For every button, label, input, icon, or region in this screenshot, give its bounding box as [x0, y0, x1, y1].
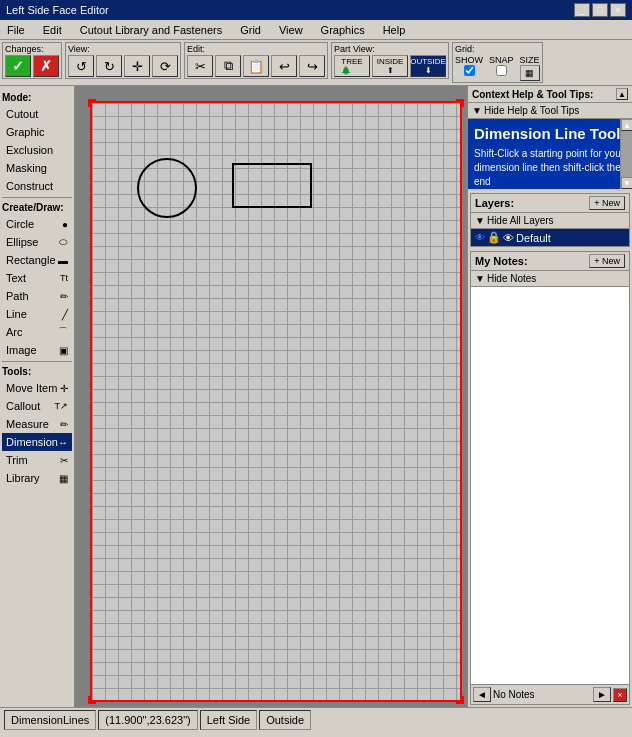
line-icon: ╱ — [62, 309, 68, 320]
mode-construct[interactable]: Construct — [2, 177, 72, 195]
show-checkbox[interactable] — [464, 65, 475, 76]
copy-button[interactable]: ⧉ — [215, 55, 241, 77]
notes-close-button[interactable]: × — [613, 688, 627, 702]
view-btn-2[interactable]: ↻ — [96, 55, 122, 77]
title-bar-buttons: _ □ × — [574, 3, 626, 17]
minimize-button[interactable]: _ — [574, 3, 590, 17]
view-label: View: — [68, 44, 178, 54]
draw-text[interactable]: Text Tt — [2, 269, 72, 287]
hide-help-button[interactable]: ▼ Hide Help & Tool Tips — [468, 103, 632, 119]
coords-status: (11.900",23.623") — [98, 710, 197, 730]
draw-path[interactable]: Path ✏ — [2, 287, 72, 305]
eye-icon: 👁 — [475, 232, 485, 243]
layer-default[interactable]: 👁 🔒 👁 Default — [471, 229, 629, 246]
hide-help-label: Hide Help & Tool Tips — [484, 105, 579, 116]
create-draw-label: Create/Draw: — [2, 202, 72, 213]
hide-notes-button[interactable]: ▼ Hide Notes — [471, 271, 629, 287]
hide-notes-label: Hide Notes — [487, 273, 536, 284]
image-icon: ▣ — [59, 345, 68, 356]
show-col: SHOW — [455, 55, 483, 76]
draw-ellipse[interactable]: Ellipse ⬭ — [2, 233, 72, 251]
tool-library[interactable]: Library ▦ — [2, 469, 72, 487]
scroll-up-btn[interactable]: ▲ — [621, 119, 632, 131]
view-btn-4[interactable]: ⟳ — [152, 55, 178, 77]
layer-name: Default — [516, 232, 551, 244]
mode-graphic[interactable]: Graphic — [2, 123, 72, 141]
context-scroll[interactable]: ▲ — [616, 88, 628, 100]
collapse-notes-icon: ▼ — [475, 273, 485, 284]
size-label: SIZE — [520, 55, 540, 65]
size-button[interactable]: ▦ — [520, 65, 540, 81]
draw-rectangle[interactable]: Rectangle ▬ — [2, 251, 72, 269]
maximize-button[interactable]: □ — [592, 3, 608, 17]
hide-all-layers-button[interactable]: ▼ Hide All Layers — [471, 213, 629, 229]
ellipse-icon: ⬭ — [59, 236, 68, 248]
status-bar: DimensionLines (11.900",23.623") Left Si… — [0, 707, 632, 731]
menu-edit[interactable]: Edit — [40, 23, 65, 37]
scroll-down-btn[interactable]: ▼ — [621, 177, 632, 189]
inside-button[interactable]: INSIDE ⬆ — [372, 55, 408, 77]
layers-header: Layers: + New — [471, 194, 629, 213]
confirm-button[interactable]: ✓ — [5, 55, 31, 77]
tree-button[interactable]: TREE🌲 — [334, 55, 370, 77]
menu-bar: File Edit Cutout Library and Fasteners G… — [0, 20, 632, 40]
trim-icon: ✂ — [60, 455, 68, 466]
undo-button[interactable]: ↩ — [271, 55, 297, 77]
side-status: Outside — [259, 710, 311, 730]
toolbar: Changes: ✓ ✗ View: ↺ ↻ ✛ ⟳ Edit: ✂ ⧉ 📋 ↩… — [0, 40, 632, 86]
tool-trim[interactable]: Trim ✂ — [2, 451, 72, 469]
changes-group: Changes: ✓ ✗ — [2, 42, 62, 79]
new-note-button[interactable]: + New — [589, 254, 625, 268]
outside-button[interactable]: OUTSIDE ⬇ — [410, 55, 446, 77]
menu-file[interactable]: File — [4, 23, 28, 37]
callout-icon: T↗ — [55, 401, 69, 411]
notes-label: My Notes: — [475, 255, 528, 267]
mode-exclusion[interactable]: Exclusion — [2, 141, 72, 159]
tool-move-item[interactable]: Move Item ✛ — [2, 379, 72, 397]
context-help-title: Context Help & Tool Tips: — [472, 89, 593, 100]
tool-measure[interactable]: Measure ✏ — [2, 415, 72, 433]
draw-line[interactable]: Line ╱ — [2, 305, 72, 323]
menu-graphics[interactable]: Graphics — [318, 23, 368, 37]
paste-button[interactable]: 📋 — [243, 55, 269, 77]
snap-col: SNAP — [489, 55, 514, 76]
draw-circle[interactable]: Circle ● — [2, 215, 72, 233]
help-scrollbar[interactable]: ▲ ▼ — [620, 119, 632, 189]
text-icon: Tt — [60, 273, 68, 283]
mode-cutout[interactable]: Cutout — [2, 105, 72, 123]
view-btn-1[interactable]: ↺ — [68, 55, 94, 77]
canvas-grid — [92, 103, 460, 700]
edit-group: Edit: ✂ ⧉ 📋 ↩ ↪ — [184, 42, 328, 79]
size-col: SIZE ▦ — [520, 55, 540, 81]
menu-cutout[interactable]: Cutout Library and Fasteners — [77, 23, 225, 37]
new-layer-button[interactable]: + New — [589, 196, 625, 210]
cancel-button[interactable]: ✗ — [33, 55, 59, 77]
notes-area — [471, 287, 629, 684]
notes-prev-button[interactable]: ◄ — [473, 687, 491, 702]
close-button[interactable]: × — [610, 3, 626, 17]
view-btn-3[interactable]: ✛ — [124, 55, 150, 77]
collapse-icon: ▼ — [472, 105, 482, 116]
menu-help[interactable]: Help — [380, 23, 409, 37]
notes-section: My Notes: + New ▼ Hide Notes ◄ No Notes … — [470, 251, 630, 705]
canvas-inner[interactable] — [90, 101, 462, 702]
grid-group: Grid: SHOW SNAP SIZE ▦ — [452, 42, 543, 83]
tool-callout[interactable]: Callout T↗ — [2, 397, 72, 415]
mode-label: Mode: — [2, 92, 72, 103]
snap-checkbox[interactable] — [496, 65, 507, 76]
draw-image[interactable]: Image ▣ — [2, 341, 72, 359]
tool-status: DimensionLines — [4, 710, 96, 730]
canvas-area[interactable] — [75, 86, 467, 707]
layers-section: Layers: + New ▼ Hide All Layers 👁 🔒 👁 De… — [470, 193, 630, 247]
mode-masking[interactable]: Masking — [2, 159, 72, 177]
notes-next-button[interactable]: ► — [593, 687, 611, 702]
redo-button[interactable]: ↪ — [299, 55, 325, 77]
part-view-buttons: TREE🌲 INSIDE ⬆ OUTSIDE ⬇ — [334, 55, 446, 77]
tool-dimension[interactable]: Dimension ↔ — [2, 433, 72, 451]
cut-button[interactable]: ✂ — [187, 55, 213, 77]
menu-grid[interactable]: Grid — [237, 23, 264, 37]
view-status: Left Side — [200, 710, 257, 730]
draw-arc[interactable]: Arc ⌒ — [2, 323, 72, 341]
arc-icon: ⌒ — [58, 325, 68, 339]
menu-view[interactable]: View — [276, 23, 306, 37]
